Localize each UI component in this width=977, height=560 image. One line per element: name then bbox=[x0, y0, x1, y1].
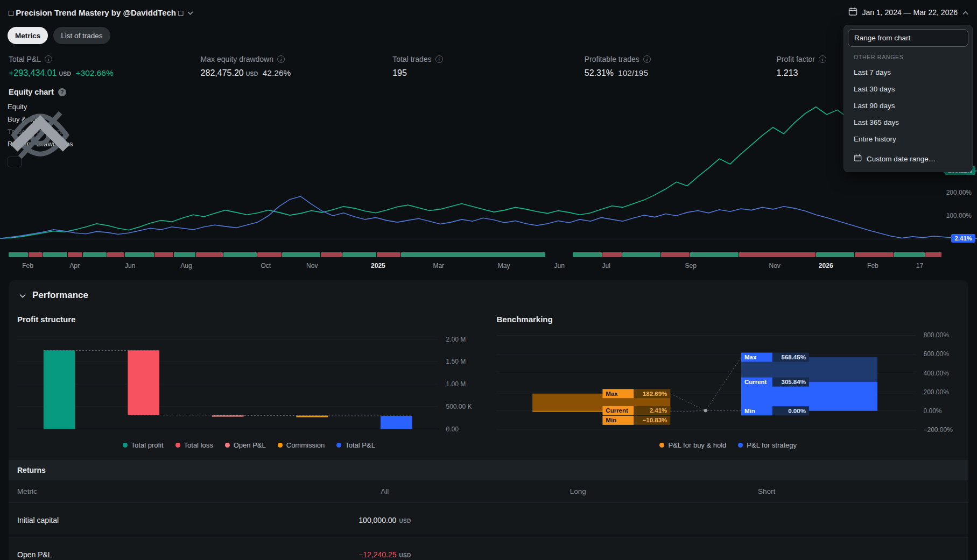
metric-total-trades: Total trades 195 bbox=[392, 55, 585, 78]
timeline-month-label: Mar bbox=[433, 262, 444, 270]
dropdown-item-entire-history[interactable]: Entire history bbox=[848, 131, 968, 147]
returns-section-header[interactable]: Returns bbox=[9, 460, 968, 480]
timeline-segment[interactable] bbox=[43, 252, 67, 257]
timeline-scrollbar[interactable]: FebAprJunAugOctNov2025MarMayJunJulSepNov… bbox=[9, 252, 968, 271]
timeline-segment[interactable] bbox=[107, 252, 124, 257]
legend-dot bbox=[738, 443, 743, 448]
metric-value: 52.31% bbox=[585, 68, 614, 78]
timeline-segment[interactable] bbox=[573, 252, 601, 257]
timeline-month-label: Apr bbox=[69, 262, 80, 270]
strategy-title-dropdown[interactable]: □ Precision Trend Mastery by @DaviddTech… bbox=[9, 8, 193, 17]
tab-metrics[interactable]: Metrics bbox=[8, 27, 48, 44]
timeline-bars[interactable] bbox=[9, 252, 968, 257]
info-icon[interactable] bbox=[45, 55, 52, 63]
timeline-segment[interactable] bbox=[282, 252, 320, 257]
row-value: −12,240.25 bbox=[359, 550, 396, 559]
legend-open-pnl[interactable]: Open P&L bbox=[225, 441, 266, 449]
profit-structure-title: Profit structure bbox=[17, 315, 481, 324]
metric-label: Total trades bbox=[392, 55, 431, 63]
timeline-month-label: Aug bbox=[180, 262, 192, 270]
metric-value: +293,434.01 bbox=[9, 68, 57, 78]
topbar: □ Precision Trend Mastery by @DaviddTech… bbox=[0, 0, 977, 25]
timeline-segment[interactable] bbox=[622, 252, 660, 257]
timeline-month-label: Nov bbox=[769, 262, 781, 270]
equity-chart[interactable]: Equity Buy & hold Trades excursions Run-… bbox=[0, 101, 977, 245]
timeline-segment[interactable] bbox=[9, 252, 28, 257]
timeline-segment[interactable] bbox=[661, 252, 690, 257]
timeline-month-label: May bbox=[498, 262, 510, 270]
dropdown-item-last-30-days[interactable]: Last 30 days bbox=[848, 81, 968, 97]
legend-total-loss[interactable]: Total loss bbox=[175, 441, 213, 449]
info-icon[interactable] bbox=[819, 55, 826, 63]
performance-section-header[interactable]: Performance bbox=[9, 280, 968, 306]
timeline-segment[interactable] bbox=[83, 252, 107, 257]
legend-total-profit[interactable]: Total profit bbox=[123, 441, 164, 449]
timeline-segment[interactable] bbox=[401, 252, 545, 257]
timeline-segment[interactable] bbox=[342, 252, 376, 257]
view-tabs: Metrics List of trades bbox=[0, 25, 977, 44]
performance-section: Performance Profit structure 2.00 M1.50 … bbox=[9, 280, 968, 560]
svg-text:400.00%: 400.00% bbox=[923, 370, 949, 377]
benchmarking-svg: 800.00%600.00%400.00%200.00%0.00%−200.00… bbox=[497, 332, 960, 434]
legend-pnl-buy-hold[interactable]: P&L for buy & hold bbox=[659, 441, 726, 449]
timeline-segment[interactable] bbox=[257, 252, 282, 257]
info-icon[interactable] bbox=[435, 55, 443, 63]
performance-title: Performance bbox=[32, 290, 88, 301]
timeline-segment[interactable] bbox=[223, 252, 257, 257]
timeline-segment[interactable] bbox=[925, 252, 941, 257]
currency-label: USD bbox=[399, 552, 411, 558]
returns-table-header: Metric All Long Short bbox=[9, 480, 968, 503]
timeline-segment[interactable] bbox=[739, 252, 816, 257]
legend-dot bbox=[225, 443, 230, 448]
tab-list-of-trades[interactable]: List of trades bbox=[53, 27, 110, 44]
dropdown-item-last-7-days[interactable]: Last 7 days bbox=[848, 64, 968, 81]
timeline-gap[interactable] bbox=[546, 252, 573, 257]
timeline-segment[interactable] bbox=[894, 252, 925, 257]
legend-dot bbox=[175, 443, 180, 448]
legend-commission[interactable]: Commission bbox=[278, 441, 325, 449]
timeline-segment[interactable] bbox=[690, 252, 738, 257]
timeline-segment[interactable] bbox=[174, 252, 195, 257]
legend-dot bbox=[123, 443, 128, 448]
dropdown-item-range-from-chart[interactable]: Range from chart bbox=[848, 29, 968, 47]
legend-label: Total P&L bbox=[345, 441, 375, 449]
calendar-icon bbox=[854, 154, 862, 164]
metric-value: 195 bbox=[392, 68, 407, 78]
timeline-segment[interactable] bbox=[125, 252, 153, 257]
timeline-segment[interactable] bbox=[68, 252, 82, 257]
svg-text:Current: Current bbox=[606, 407, 628, 414]
legend-dot bbox=[336, 443, 341, 448]
timeline-segment[interactable] bbox=[602, 252, 622, 257]
svg-text:500.00 K: 500.00 K bbox=[446, 403, 472, 410]
equity-axis-tick: 200.00% bbox=[946, 189, 972, 196]
currency-label: USD bbox=[399, 518, 411, 524]
legend-label: Commission bbox=[286, 441, 325, 449]
info-icon[interactable] bbox=[643, 55, 651, 63]
dropdown-group-label: OTHER RANGES bbox=[848, 47, 968, 64]
date-range-button[interactable]: Jan 1, 2024 — Mar 22, 2026 bbox=[848, 7, 968, 18]
timeline-segment[interactable] bbox=[196, 252, 223, 257]
timeline-month-label: Jul bbox=[602, 262, 610, 270]
column-metric: Metric bbox=[17, 487, 281, 495]
svg-text:−10.83%: −10.83% bbox=[642, 417, 667, 423]
timeline-month-label: Feb bbox=[867, 262, 878, 270]
info-icon[interactable] bbox=[277, 55, 285, 63]
timeline-segment[interactable] bbox=[816, 252, 854, 257]
dropdown-item-custom-date-range[interactable]: Custom date range… bbox=[848, 150, 968, 168]
legend-total-pnl[interactable]: Total P&L bbox=[336, 441, 375, 449]
collapse-chart-button[interactable] bbox=[8, 157, 22, 167]
metric-value: 282,475.20 bbox=[201, 68, 244, 78]
timeline-segment[interactable] bbox=[321, 252, 342, 257]
column-long: Long bbox=[488, 487, 667, 495]
timeline-segment[interactable] bbox=[29, 252, 43, 257]
legend-pnl-strategy[interactable]: P&L for strategy bbox=[738, 441, 797, 449]
dropdown-item-last-365-days[interactable]: Last 365 days bbox=[848, 114, 968, 131]
dropdown-item-last-90-days[interactable]: Last 90 days bbox=[848, 97, 968, 114]
benchmarking-legend: P&L for buy & hold P&L for strategy bbox=[497, 441, 960, 449]
help-icon[interactable] bbox=[58, 88, 66, 96]
svg-text:2.00 M: 2.00 M bbox=[446, 336, 466, 343]
timeline-segment[interactable] bbox=[377, 252, 401, 257]
timeline-segment[interactable] bbox=[855, 252, 893, 257]
timeline-segment[interactable] bbox=[154, 252, 174, 257]
svg-text:0.00%: 0.00% bbox=[788, 408, 806, 414]
